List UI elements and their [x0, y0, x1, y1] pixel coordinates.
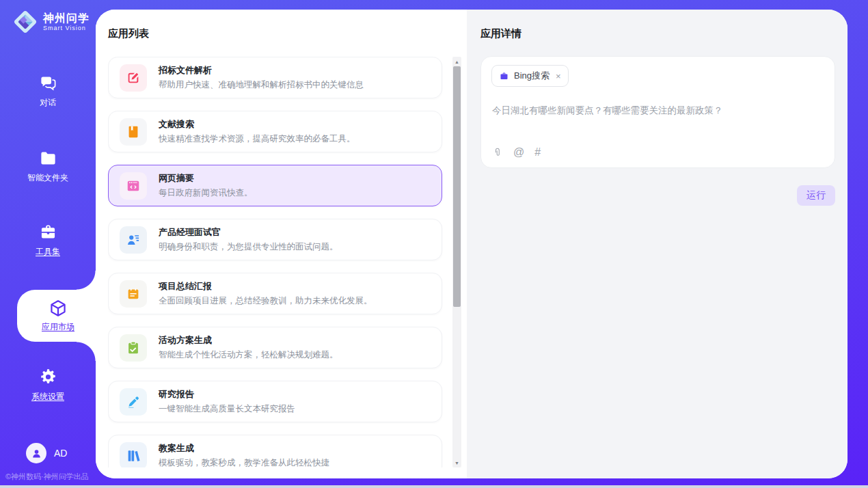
books-icon	[126, 448, 141, 463]
app-card-lesson-plan[interactable]: 教案生成 模板驱动，教案秒成，教学准备从此轻松快捷	[108, 435, 442, 467]
copyright-footer: ©神州数码·神州问学出品	[5, 472, 89, 482]
sidebar: 神州问学 Smart Vision 对话 智能文件夹 工具集	[0, 0, 96, 488]
scroll-up-icon[interactable]: ▲	[452, 57, 461, 66]
app-name: 项目总结汇报	[159, 280, 372, 293]
app-name: 研究报告	[159, 388, 295, 401]
app-desc: 快速精准查找学术资源，提高研究效率的必备工具。	[159, 133, 355, 145]
app-desc: 全面回顾项目进展，总结经验教训，助力未来优化发展。	[159, 295, 372, 307]
browser-code-icon	[126, 178, 141, 193]
app-window: 神州问学 Smart Vision 对话 智能文件夹 工具集	[0, 0, 868, 488]
brand-title: 神州问学	[43, 12, 90, 25]
app-card-literature-search[interactable]: 文献搜索 快速精准查找学术资源，提高研究效率的必备工具。	[108, 111, 442, 152]
scroll-down-icon[interactable]: ▼	[452, 458, 461, 467]
app-list-panel: 应用列表 招标文件解析 帮助用户快速、准确地理解和解析招标书中的关键信息	[96, 10, 467, 478]
sidebar-item-label: 工具集	[36, 246, 60, 258]
sidebar-item-settings[interactable]: 系统设置	[0, 368, 96, 403]
clipboard-check-icon	[126, 340, 141, 355]
brand-subtitle: Smart Vision	[43, 25, 90, 31]
app-detail-panel: 应用详情 Bing搜索 × 今日湖北有哪些新闻要点？有哪些需要关注的最新政策？ …	[467, 10, 847, 478]
close-icon[interactable]: ×	[556, 72, 561, 81]
app-desc: 智能生成个性化活动方案，轻松解决规划难题。	[159, 349, 338, 361]
app-desc: 一键智能生成高质量长文本研究报告	[159, 403, 295, 415]
avatar	[26, 443, 46, 463]
app-name: 招标文件解析	[159, 64, 364, 77]
content-area: 应用列表 招标文件解析 帮助用户快速、准确地理解和解析招标书中的关键信息	[96, 10, 847, 478]
run-button[interactable]: 运行	[797, 185, 835, 206]
sidebar-item-label: 对话	[40, 97, 56, 109]
app-desc: 模板驱动，教案秒成，教学准备从此轻松快捷	[159, 457, 329, 467]
brand-logo: 神州问学 Smart Vision	[12, 9, 90, 35]
toolbox-icon	[39, 223, 57, 241]
app-list: 招标文件解析 帮助用户快速、准确地理解和解析招标书中的关键信息 文献搜索 快速精…	[108, 57, 443, 467]
app-name: 网页摘要	[159, 172, 253, 185]
interviewer-icon	[126, 232, 141, 247]
sidebar-item-smart-folders[interactable]: 智能文件夹	[0, 149, 96, 184]
chat-icon	[39, 74, 57, 92]
app-name: 产品经理面试官	[159, 226, 338, 239]
tool-tag-label: Bing搜索	[514, 70, 550, 82]
cube-icon	[49, 299, 68, 318]
sidebar-item-label: 应用市场	[42, 321, 74, 333]
sidebar-item-label: 系统设置	[31, 391, 64, 403]
app-card-event-plan[interactable]: 活动方案生成 智能生成个性化活动方案，轻松解决规划难题。	[108, 327, 442, 368]
scrollbar-thumb[interactable]	[453, 66, 461, 307]
sidebar-item-label: 智能文件夹	[27, 172, 68, 184]
sidebar-item-app-market[interactable]: 应用市场	[17, 290, 96, 342]
app-list-title: 应用列表	[108, 27, 149, 40]
paperclip-icon[interactable]	[492, 147, 503, 158]
app-name: 活动方案生成	[159, 334, 338, 347]
app-desc: 每日政府新闻资讯快查。	[159, 187, 253, 199]
sidebar-item-toolset[interactable]: 工具集	[0, 223, 96, 258]
folder-icon	[39, 149, 57, 167]
bottom-strip	[0, 485, 868, 488]
app-name: 教案生成	[159, 442, 329, 455]
app-name: 文献搜索	[159, 118, 355, 131]
prompt-card[interactable]: Bing搜索 × 今日湖北有哪些新闻要点？有哪些需要关注的最新政策？ @ #	[480, 56, 835, 168]
gear-icon	[39, 368, 57, 386]
user-name: AD	[54, 448, 67, 459]
app-desc: 帮助用户快速、准确地理解和解析招标书中的关键信息	[159, 79, 364, 91]
app-card-web-summary[interactable]: 网页摘要 每日政府新闻资讯快查。	[108, 165, 442, 206]
prompt-input[interactable]: 今日湖北有哪些新闻要点？有哪些需要关注的最新政策？	[492, 105, 824, 117]
app-list-scrollbar[interactable]: ▲ ▼	[452, 57, 461, 467]
app-detail-title: 应用详情	[480, 27, 521, 40]
tool-tag-bing-search[interactable]: Bing搜索 ×	[491, 65, 569, 87]
app-desc: 明确身份和职责，为您提供专业性的面试问题。	[159, 241, 338, 253]
logo-diamond-icon	[12, 9, 38, 35]
person-icon	[31, 448, 42, 459]
hash-tag-icon[interactable]: #	[534, 147, 541, 158]
pen-ink-icon	[126, 394, 141, 409]
user-account[interactable]: AD	[26, 443, 67, 463]
app-card-bid-parsing[interactable]: 招标文件解析 帮助用户快速、准确地理解和解析招标书中的关键信息	[108, 57, 442, 98]
app-card-research-report[interactable]: 研究报告 一键智能生成高质量长文本研究报告	[108, 381, 442, 422]
sidebar-item-chat[interactable]: 对话	[0, 74, 96, 109]
edit-square-icon	[126, 70, 141, 85]
briefcase-icon	[499, 71, 509, 81]
book-icon	[126, 124, 141, 139]
calendar-note-icon	[126, 286, 141, 301]
app-card-project-summary[interactable]: 项目总结汇报 全面回顾项目进展，总结经验教训，助力未来优化发展。	[108, 273, 442, 314]
at-mention-icon[interactable]: @	[513, 147, 524, 158]
app-card-pm-interviewer[interactable]: 产品经理面试官 明确身份和职责，为您提供专业性的面试问题。	[108, 219, 442, 260]
